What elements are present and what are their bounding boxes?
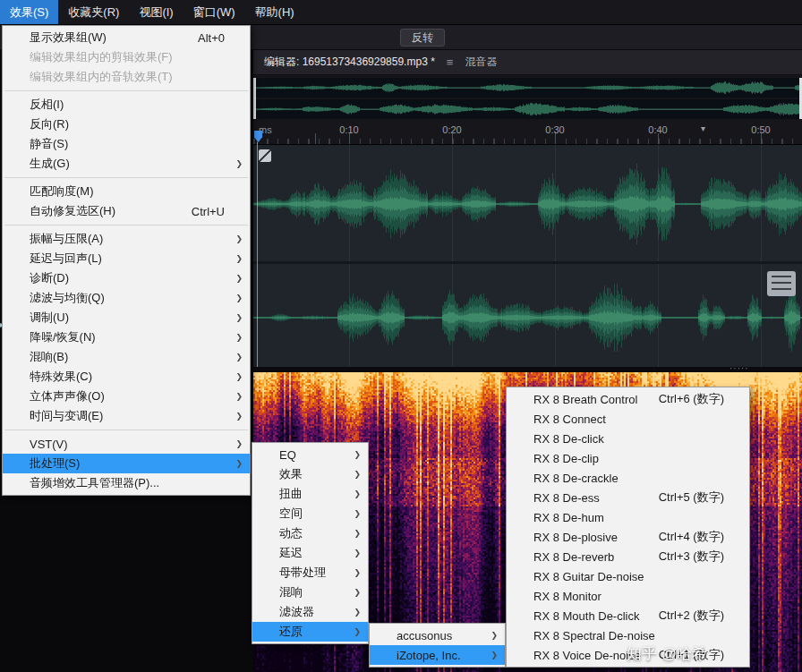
menubar-item[interactable]: 效果(S)	[0, 0, 58, 24]
menu-item[interactable]: 特殊效果(C)❯	[3, 367, 250, 387]
submenu-arrow-icon: ❯	[234, 459, 243, 468]
menu-item[interactable]: 诊断(D)❯	[3, 268, 250, 288]
menu-item[interactable]: 空间❯	[252, 504, 368, 523]
menu-item-label: 延迟与回声(L)	[30, 251, 234, 267]
submenu-arrow-icon: ❯	[352, 470, 361, 479]
panel-menu-icon[interactable]: ≡	[447, 55, 454, 69]
menu-item[interactable]: 动态❯	[252, 523, 368, 543]
menu-item[interactable]: 生成(G)❯	[3, 154, 250, 174]
overview-navigator[interactable]	[253, 75, 802, 122]
vendor-submenu: accusonus❯iZotope, Inc.❯	[369, 623, 506, 668]
menu-item[interactable]: 扭曲❯	[252, 484, 368, 504]
menu-item[interactable]: RX 8 Spectral De-noise	[507, 625, 749, 645]
hud-widget-icon[interactable]	[767, 271, 796, 296]
menu-item: 编辑效果组内的音轨效果(T)	[3, 67, 250, 87]
invert-button[interactable]: 反转	[400, 29, 445, 47]
menu-item-label: RX 8 De-hum	[533, 511, 733, 524]
menu-item[interactable]: RX 8 De-reverbCtrl+3 (数字)	[507, 547, 749, 566]
menubar-item[interactable]: 帮助(H)	[245, 0, 304, 24]
menubar-item[interactable]: 视图(I)	[129, 0, 183, 24]
submenu-arrow-icon: ❯	[234, 293, 243, 302]
ruler-tick-label: 0:50	[751, 124, 770, 135]
menu-item[interactable]: EQ❯	[252, 445, 368, 464]
submenu-arrow-icon: ❯	[352, 588, 361, 597]
menu-item[interactable]: VST(V)❯	[3, 434, 250, 454]
submenu-arrow-icon: ❯	[352, 627, 361, 636]
menu-item-label: 母带处理	[279, 565, 352, 581]
menu-item[interactable]: RX 8 Monitor	[507, 586, 749, 606]
menu-item[interactable]: 滤波与均衡(Q)❯	[3, 288, 250, 308]
menu-item-label: 滤波器	[279, 604, 352, 620]
submenu-arrow-icon: ❯	[234, 439, 243, 448]
submenu-arrow-icon: ❯	[352, 608, 361, 617]
menu-item-label: 显示效果组(W)	[30, 30, 198, 46]
menu-item[interactable]: 混响(B)❯	[3, 347, 250, 367]
menu-item[interactable]: RX 8 De-hum	[507, 507, 749, 527]
menu-item[interactable]: 显示效果组(W)Alt+0	[3, 28, 250, 47]
submenu-arrow-icon: ❯	[234, 234, 243, 243]
menubar-item[interactable]: 窗口(W)	[183, 0, 245, 24]
effects-menu: 显示效果组(W)Alt+0编辑效果组内的剪辑效果(F)编辑效果组内的音轨效果(T…	[2, 25, 251, 496]
menu-item[interactable]: RX 8 Connect	[507, 409, 749, 429]
waveform-display[interactable]	[253, 145, 802, 367]
menu-item-label: 还原	[279, 624, 352, 640]
menu-item-shortcut: Ctrl+U	[192, 205, 225, 218]
editor-tab[interactable]: 编辑器: 16951373436929859.mp3 *	[264, 55, 435, 70]
menu-item[interactable]: 反向(R)	[3, 115, 250, 134]
menu-item[interactable]: 立体声声像(O)❯	[3, 387, 250, 406]
menu-item[interactable]: RX 8 Guitar De-noise	[507, 566, 749, 586]
menu-item[interactable]: 延迟❯	[252, 543, 368, 563]
menu-item[interactable]: 母带处理❯	[252, 563, 368, 583]
menu-item[interactable]: 时间与变调(E)❯	[3, 406, 250, 426]
menu-separator	[4, 225, 248, 225]
menu-item-label: RX 8 Connect	[533, 413, 733, 426]
ruler-ticks: 0:100:200:300:400:50	[253, 122, 802, 144]
menu-item-label: RX 8 Guitar De-noise	[533, 570, 733, 583]
menu-item[interactable]: 反相(I)	[3, 95, 250, 115]
tab-mixer[interactable]: 混音器	[465, 55, 497, 70]
ruler-tick-label: 0:30	[545, 124, 564, 135]
menu-item[interactable]: RX 8 Mouth De-clickCtrl+2 (数字)	[507, 606, 749, 625]
submenu-arrow-icon: ❯	[234, 274, 243, 283]
menu-item[interactable]: 振幅与压限(A)❯	[3, 229, 250, 249]
menu-item-label: 反向(R)	[30, 116, 234, 132]
menu-item-label: 振幅与压限(A)	[30, 231, 234, 247]
menu-item[interactable]: RX 8 De-clip	[507, 448, 749, 468]
watermark: 知乎 @哈希	[627, 643, 707, 664]
menu-item[interactable]: 匹配响度(M)	[3, 182, 250, 201]
menu-item[interactable]: RX 8 Breath ControlCtrl+6 (数字)	[507, 389, 749, 409]
submenu-arrow-icon: ❯	[352, 489, 361, 498]
menu-item[interactable]: accusonus❯	[370, 625, 505, 645]
submenu-arrow-icon: ❯	[234, 372, 243, 381]
menu-item[interactable]: 还原❯	[252, 622, 368, 642]
menu-item-label: RX 8 Spectral De-noise	[533, 629, 733, 642]
menu-item[interactable]: iZotope, Inc.❯	[370, 645, 505, 665]
menu-item-label: RX 8 De-crackle	[533, 472, 733, 485]
menu-item[interactable]: 效果❯	[252, 464, 368, 484]
menu-item-label: 编辑效果组内的音轨效果(T)	[30, 69, 234, 85]
menu-item-shortcut: Alt+0	[198, 31, 225, 45]
menu-item-label: 反相(I)	[30, 97, 234, 113]
menu-item-label: 空间	[279, 506, 352, 522]
menu-item[interactable]: 混响❯	[252, 583, 368, 602]
menu-item[interactable]: 滤波器❯	[252, 602, 368, 622]
menu-item[interactable]: RX 8 De-essCtrl+5 (数字)	[507, 488, 749, 507]
timeline-ruler[interactable]: ms 0:100:200:300:400:50 ▾	[253, 122, 802, 145]
menubar-item[interactable]: 收藏夹(R)	[58, 0, 129, 24]
menu-item[interactable]: 降噪/恢复(N)❯	[3, 327, 250, 347]
editor-tabbar: 编辑器: 16951373436929859.mp3 * ≡ 混音器	[253, 50, 802, 75]
menu-item[interactable]: 批处理(S)❯	[3, 454, 250, 473]
menu-item[interactable]: 音频增效工具管理器(P)...	[3, 473, 250, 493]
menu-item-label: VST(V)	[30, 438, 234, 451]
menu-item[interactable]: 调制(U)❯	[3, 308, 250, 327]
menu-item[interactable]: 自动修复选区(H)Ctrl+U	[3, 201, 250, 221]
menu-item-label: 诊断(D)	[30, 270, 234, 286]
menu-item[interactable]: RX 8 De-crackle	[507, 468, 749, 488]
menu-item-label: 匹配响度(M)	[30, 183, 234, 200]
menu-item[interactable]: 延迟与回声(L)❯	[3, 249, 250, 268]
menu-item-label: 时间与变调(E)	[30, 408, 234, 424]
menu-item-label: RX 8 Mouth De-click	[533, 609, 659, 623]
menu-item[interactable]: 静音(S)	[3, 134, 250, 154]
menu-item[interactable]: RX 8 De-plosiveCtrl+4 (数字)	[507, 527, 749, 547]
menu-item[interactable]: RX 8 De-click	[507, 429, 749, 448]
